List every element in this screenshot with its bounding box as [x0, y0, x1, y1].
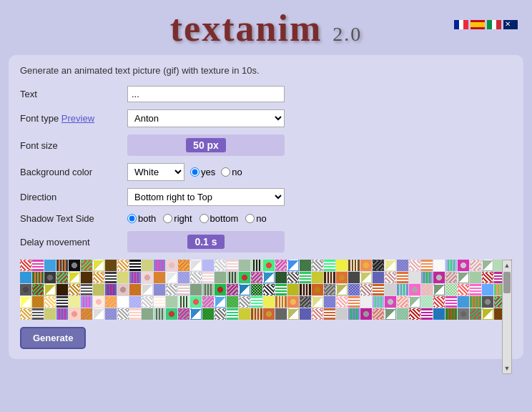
texture-cell[interactable]	[458, 260, 469, 271]
shadow-bottom-label[interactable]: bottom	[200, 213, 239, 224]
texture-cell[interactable]	[300, 308, 311, 320]
shadow-right-radio[interactable]	[163, 214, 172, 223]
texture-cell[interactable]	[239, 308, 250, 320]
texture-cell[interactable]	[81, 296, 92, 308]
texture-cell[interactable]	[263, 284, 275, 295]
texture-cell[interactable]	[470, 284, 481, 295]
texture-cell[interactable]	[154, 284, 165, 295]
texture-cell[interactable]	[275, 308, 287, 320]
texture-cell[interactable]	[215, 272, 226, 283]
texture-cell[interactable]	[409, 308, 420, 320]
texture-cell[interactable]	[32, 272, 44, 283]
texture-cell[interactable]	[409, 296, 420, 308]
texture-cell[interactable]	[227, 284, 238, 295]
texture-cell[interactable]	[44, 260, 56, 271]
texture-cell[interactable]	[178, 260, 189, 271]
texture-cell[interactable]	[227, 272, 238, 283]
texture-cell[interactable]	[32, 296, 44, 308]
texture-cell[interactable]	[178, 284, 189, 295]
texture-cell[interactable]	[470, 260, 481, 271]
texture-cell[interactable]	[385, 272, 396, 283]
texture-cell[interactable]	[373, 260, 384, 271]
texture-cell[interactable]	[117, 308, 129, 320]
texture-cell[interactable]	[373, 284, 384, 295]
texture-cell[interactable]	[69, 260, 80, 271]
texture-cell[interactable]	[312, 272, 323, 283]
texture-cell[interactable]	[166, 272, 177, 283]
texture-cell[interactable]	[482, 272, 493, 283]
texture-cell[interactable]	[166, 308, 177, 320]
texture-cell[interactable]	[263, 260, 275, 271]
texture-cell[interactable]	[142, 284, 153, 295]
texture-cell[interactable]	[433, 272, 445, 283]
texture-cell[interactable]	[275, 296, 287, 308]
texture-cell[interactable]	[56, 308, 68, 320]
texture-cell[interactable]	[385, 296, 396, 308]
texture-cell[interactable]	[44, 296, 56, 308]
texture-cell[interactable]	[458, 272, 469, 283]
texture-cell[interactable]	[300, 284, 311, 295]
texture-cell[interactable]	[348, 308, 360, 320]
flag-fr[interactable]	[454, 20, 468, 29]
texture-cell[interactable]	[324, 308, 335, 320]
texture-cell[interactable]	[20, 296, 31, 308]
texture-cell[interactable]	[433, 308, 445, 320]
texture-cell[interactable]	[470, 308, 481, 320]
texture-cell[interactable]	[482, 260, 493, 271]
texture-cell[interactable]	[154, 308, 165, 320]
texture-cell[interactable]	[445, 260, 457, 271]
preview-link[interactable]: Preview	[61, 113, 94, 124]
texture-cell[interactable]	[56, 284, 68, 295]
texture-cell[interactable]	[482, 284, 493, 295]
flag-gb[interactable]	[503, 20, 518, 29]
texture-cell[interactable]	[360, 308, 372, 320]
texture-cell[interactable]	[105, 296, 117, 308]
texture-cell[interactable]	[458, 296, 469, 308]
texture-cell[interactable]	[433, 260, 445, 271]
texture-cell[interactable]	[202, 284, 214, 295]
texture-cell[interactable]	[324, 284, 335, 295]
texture-cell[interactable]	[20, 308, 31, 320]
texture-cell[interactable]	[166, 284, 177, 295]
texture-cell[interactable]	[336, 308, 348, 320]
texture-cell[interactable]	[360, 260, 372, 271]
texture-cell[interactable]	[215, 296, 226, 308]
texture-cell[interactable]	[166, 296, 177, 308]
texture-cell[interactable]	[69, 308, 80, 320]
texture-cell[interactable]	[32, 260, 44, 271]
texture-cell[interactable]	[397, 296, 408, 308]
texture-cell[interactable]	[93, 272, 104, 283]
texture-cell[interactable]	[178, 308, 189, 320]
texture-cell[interactable]	[312, 308, 323, 320]
texture-cell[interactable]	[409, 272, 420, 283]
texture-cell[interactable]	[202, 308, 214, 320]
texture-cell[interactable]	[44, 308, 56, 320]
texture-cell[interactable]	[251, 296, 262, 308]
texture-cell[interactable]	[312, 260, 323, 271]
texture-cell[interactable]	[32, 284, 44, 295]
texture-cell[interactable]	[239, 260, 250, 271]
texture-cell[interactable]	[300, 296, 311, 308]
texture-cell[interactable]	[239, 272, 250, 283]
texture-cell[interactable]	[287, 260, 299, 271]
texture-cell[interactable]	[275, 272, 287, 283]
texture-cell[interactable]	[373, 296, 384, 308]
texture-cell[interactable]	[117, 296, 129, 308]
texture-cell[interactable]	[458, 308, 469, 320]
texture-cell[interactable]	[482, 296, 493, 308]
texture-cell[interactable]	[458, 284, 469, 295]
texture-cell[interactable]	[251, 308, 262, 320]
texture-cell[interactable]	[275, 260, 287, 271]
font-select[interactable]: Anton Arial Comic Sans MS Georgia Impact…	[127, 109, 285, 127]
texture-cell[interactable]	[20, 284, 31, 295]
texture-cell[interactable]	[142, 260, 153, 271]
flag-es[interactable]	[471, 20, 485, 29]
texture-cell[interactable]	[129, 308, 141, 320]
texture-cell[interactable]	[433, 284, 445, 295]
texture-cell[interactable]	[142, 308, 153, 320]
texture-cell[interactable]	[360, 296, 372, 308]
texture-cell[interactable]	[154, 260, 165, 271]
texture-cell[interactable]	[93, 296, 104, 308]
font-size-value[interactable]: 50 px	[186, 138, 226, 152]
texture-cell[interactable]	[421, 308, 433, 320]
